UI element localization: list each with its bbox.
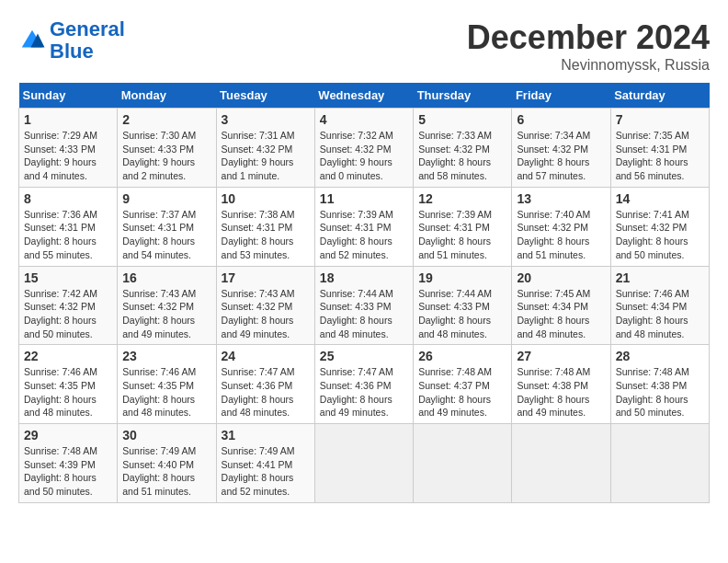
cell-info: Sunrise: 7:36 AMSunset: 4:31 PMDaylight:… xyxy=(24,208,112,262)
calendar-cell: 26Sunrise: 7:48 AMSunset: 4:37 PMDayligh… xyxy=(414,345,512,424)
logo-text: General Blue xyxy=(50,18,125,63)
calendar-cell: 19Sunrise: 7:44 AMSunset: 4:33 PMDayligh… xyxy=(414,266,512,345)
calendar-cell: 8Sunrise: 7:36 AMSunset: 4:31 PMDaylight… xyxy=(19,187,118,266)
calendar-cell: 25Sunrise: 7:47 AMSunset: 4:36 PMDayligh… xyxy=(314,345,413,424)
day-number: 13 xyxy=(517,191,605,206)
day-number: 31 xyxy=(222,428,310,442)
cell-info: Sunrise: 7:43 AMSunset: 4:32 PMDaylight:… xyxy=(122,287,210,341)
cell-info: Sunrise: 7:34 AMSunset: 4:32 PMDaylight:… xyxy=(517,129,605,183)
day-header-tuesday: Tuesday xyxy=(216,83,314,109)
cell-info: Sunrise: 7:29 AMSunset: 4:33 PMDaylight:… xyxy=(24,129,112,183)
cell-info: Sunrise: 7:40 AMSunset: 4:32 PMDaylight:… xyxy=(517,208,605,262)
header-row: SundayMondayTuesdayWednesdayThursdayFrid… xyxy=(19,83,710,109)
day-number: 11 xyxy=(320,191,408,206)
day-number: 5 xyxy=(418,112,506,127)
cell-info: Sunrise: 7:43 AMSunset: 4:32 PMDaylight:… xyxy=(222,287,310,341)
cell-info: Sunrise: 7:48 AMSunset: 4:38 PMDaylight:… xyxy=(616,365,704,419)
month-title: December 2024 xyxy=(467,18,710,57)
calendar-cell: 1Sunrise: 7:29 AMSunset: 4:33 PMDaylight… xyxy=(19,109,118,188)
day-number: 27 xyxy=(517,349,605,363)
calendar-cell: 12Sunrise: 7:39 AMSunset: 4:31 PMDayligh… xyxy=(414,187,512,266)
day-number: 17 xyxy=(222,270,310,285)
calendar-cell xyxy=(414,424,512,503)
day-number: 10 xyxy=(222,191,310,206)
calendar-cell: 3Sunrise: 7:31 AMSunset: 4:32 PMDaylight… xyxy=(216,109,314,188)
calendar-cell: 24Sunrise: 7:47 AMSunset: 4:36 PMDayligh… xyxy=(216,345,314,424)
calendar-cell: 18Sunrise: 7:44 AMSunset: 4:33 PMDayligh… xyxy=(314,266,413,345)
cell-info: Sunrise: 7:46 AMSunset: 4:35 PMDaylight:… xyxy=(122,365,210,419)
day-number: 3 xyxy=(222,112,310,127)
location: Nevinnomyssk, Russia xyxy=(467,57,710,74)
day-number: 7 xyxy=(616,112,704,127)
calendar-cell: 2Sunrise: 7:30 AMSunset: 4:33 PMDaylight… xyxy=(118,109,216,188)
calendar-cell: 7Sunrise: 7:35 AMSunset: 4:31 PMDaylight… xyxy=(610,109,709,188)
day-number: 8 xyxy=(24,191,112,206)
calendar-cell: 15Sunrise: 7:42 AMSunset: 4:32 PMDayligh… xyxy=(19,266,118,345)
title-section: December 2024 Nevinnomyssk, Russia xyxy=(467,18,710,74)
calendar-cell: 16Sunrise: 7:43 AMSunset: 4:32 PMDayligh… xyxy=(118,266,216,345)
day-number: 15 xyxy=(24,270,112,285)
day-number: 12 xyxy=(418,191,506,206)
cell-info: Sunrise: 7:38 AMSunset: 4:31 PMDaylight:… xyxy=(222,208,310,262)
logo-icon xyxy=(18,27,46,54)
cell-info: Sunrise: 7:48 AMSunset: 4:38 PMDaylight:… xyxy=(517,365,605,419)
cell-info: Sunrise: 7:41 AMSunset: 4:32 PMDaylight:… xyxy=(616,208,704,262)
day-header-friday: Friday xyxy=(512,83,610,109)
cell-info: Sunrise: 7:49 AMSunset: 4:41 PMDaylight:… xyxy=(222,444,310,499)
day-number: 18 xyxy=(320,270,408,285)
week-row-2: 8Sunrise: 7:36 AMSunset: 4:31 PMDaylight… xyxy=(19,187,710,266)
day-number: 14 xyxy=(616,191,704,206)
calendar-cell xyxy=(512,424,610,503)
calendar-cell xyxy=(314,424,413,503)
calendar-cell: 17Sunrise: 7:43 AMSunset: 4:32 PMDayligh… xyxy=(216,266,314,345)
day-header-saturday: Saturday xyxy=(610,83,709,109)
calendar-cell: 22Sunrise: 7:46 AMSunset: 4:35 PMDayligh… xyxy=(19,345,118,424)
cell-info: Sunrise: 7:48 AMSunset: 4:39 PMDaylight:… xyxy=(24,444,112,499)
day-number: 9 xyxy=(122,191,210,206)
calendar-cell: 13Sunrise: 7:40 AMSunset: 4:32 PMDayligh… xyxy=(512,187,610,266)
cell-info: Sunrise: 7:44 AMSunset: 4:33 PMDaylight:… xyxy=(418,287,506,341)
cell-info: Sunrise: 7:32 AMSunset: 4:32 PMDaylight:… xyxy=(320,129,408,183)
cell-info: Sunrise: 7:47 AMSunset: 4:36 PMDaylight:… xyxy=(222,365,310,419)
calendar-cell: 14Sunrise: 7:41 AMSunset: 4:32 PMDayligh… xyxy=(610,187,709,266)
day-number: 21 xyxy=(616,270,704,285)
cell-info: Sunrise: 7:37 AMSunset: 4:31 PMDaylight:… xyxy=(122,208,210,262)
calendar-cell: 20Sunrise: 7:45 AMSunset: 4:34 PMDayligh… xyxy=(512,266,610,345)
calendar-cell: 4Sunrise: 7:32 AMSunset: 4:32 PMDaylight… xyxy=(314,109,413,188)
calendar-cell xyxy=(610,424,709,503)
cell-info: Sunrise: 7:35 AMSunset: 4:31 PMDaylight:… xyxy=(616,129,704,183)
day-number: 25 xyxy=(320,349,408,363)
calendar-cell: 23Sunrise: 7:46 AMSunset: 4:35 PMDayligh… xyxy=(118,345,216,424)
day-header-sunday: Sunday xyxy=(19,83,118,109)
cell-info: Sunrise: 7:30 AMSunset: 4:33 PMDaylight:… xyxy=(122,129,210,183)
day-number: 29 xyxy=(24,428,112,442)
day-number: 26 xyxy=(418,349,506,363)
day-number: 4 xyxy=(320,112,408,127)
calendar-cell: 21Sunrise: 7:46 AMSunset: 4:34 PMDayligh… xyxy=(610,266,709,345)
calendar-cell: 6Sunrise: 7:34 AMSunset: 4:32 PMDaylight… xyxy=(512,109,610,188)
day-number: 22 xyxy=(24,349,112,363)
day-header-wednesday: Wednesday xyxy=(314,83,413,109)
cell-info: Sunrise: 7:33 AMSunset: 4:32 PMDaylight:… xyxy=(418,129,506,183)
cell-info: Sunrise: 7:46 AMSunset: 4:34 PMDaylight:… xyxy=(616,287,704,341)
day-number: 30 xyxy=(122,428,210,442)
day-number: 16 xyxy=(122,270,210,285)
cell-info: Sunrise: 7:46 AMSunset: 4:35 PMDaylight:… xyxy=(24,365,112,419)
calendar-cell: 5Sunrise: 7:33 AMSunset: 4:32 PMDaylight… xyxy=(414,109,512,188)
calendar-cell: 29Sunrise: 7:48 AMSunset: 4:39 PMDayligh… xyxy=(19,424,118,503)
week-row-1: 1Sunrise: 7:29 AMSunset: 4:33 PMDaylight… xyxy=(19,109,710,188)
calendar-cell: 27Sunrise: 7:48 AMSunset: 4:38 PMDayligh… xyxy=(512,345,610,424)
logo: General Blue xyxy=(18,18,125,63)
calendar-table: SundayMondayTuesdayWednesdayThursdayFrid… xyxy=(18,83,710,503)
day-number: 28 xyxy=(616,349,704,363)
calendar-cell: 11Sunrise: 7:39 AMSunset: 4:31 PMDayligh… xyxy=(314,187,413,266)
week-row-3: 15Sunrise: 7:42 AMSunset: 4:32 PMDayligh… xyxy=(19,266,710,345)
cell-info: Sunrise: 7:42 AMSunset: 4:32 PMDaylight:… xyxy=(24,287,112,341)
day-number: 24 xyxy=(222,349,310,363)
calendar-cell: 28Sunrise: 7:48 AMSunset: 4:38 PMDayligh… xyxy=(610,345,709,424)
cell-info: Sunrise: 7:39 AMSunset: 4:31 PMDaylight:… xyxy=(418,208,506,262)
week-row-5: 29Sunrise: 7:48 AMSunset: 4:39 PMDayligh… xyxy=(19,424,710,503)
page-header: General Blue December 2024 Nevinnomyssk,… xyxy=(18,18,710,74)
day-number: 2 xyxy=(122,112,210,127)
cell-info: Sunrise: 7:45 AMSunset: 4:34 PMDaylight:… xyxy=(517,287,605,341)
